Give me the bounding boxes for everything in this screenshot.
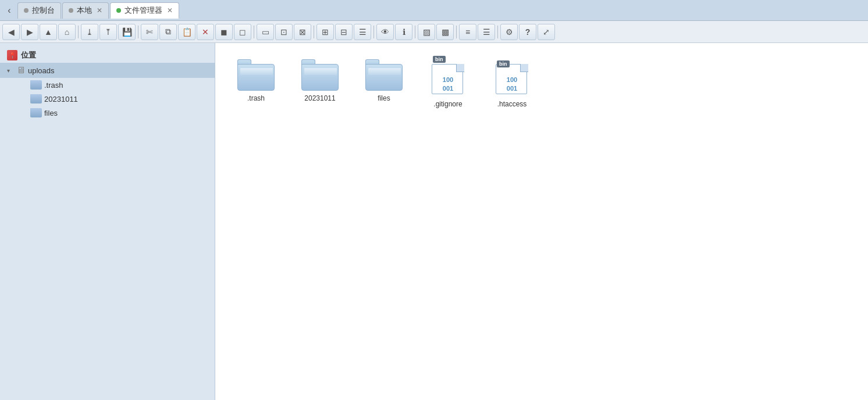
separator-4 bbox=[314, 26, 314, 38]
list-btn-1[interactable]: ≡ bbox=[459, 24, 476, 40]
up-button[interactable]: ▲ bbox=[40, 24, 57, 40]
deselect-button[interactable]: ⊠ bbox=[294, 24, 311, 40]
newdir-button[interactable]: ▭ bbox=[257, 24, 274, 40]
separator-6 bbox=[415, 26, 415, 38]
tab-filemanager-label: 文件管理器 bbox=[124, 5, 162, 16]
expand-button[interactable]: ⤢ bbox=[538, 24, 555, 40]
folder-icon-20231011-main bbox=[301, 59, 339, 91]
file-label-trash: .trash bbox=[247, 94, 265, 102]
folder-icon-files-main bbox=[365, 59, 403, 91]
folder-icon-files bbox=[30, 108, 42, 117]
tab-filemanager-dot bbox=[116, 8, 121, 13]
separator-1 bbox=[78, 26, 79, 38]
delete-button[interactable]: ✕ bbox=[197, 24, 214, 40]
tab-console[interactable]: 控制台 bbox=[17, 2, 61, 19]
toolbar: ◀ ▶ ▲ ⌂ ⤓ ⤒ 💾 ✄ ⧉ 📋 ✕ ◼ ◻ ▭ ⊡ ⊠ ⊞ ⊟ ☰ 👁 … bbox=[0, 21, 868, 43]
drive-icon-uploads: 🖥 bbox=[16, 65, 26, 76]
bin-icon-gitignore: bin 100001 bbox=[432, 59, 464, 97]
bin-corner-gitignore bbox=[456, 64, 464, 72]
separator-8 bbox=[497, 26, 498, 38]
image-btn-2[interactable]: ▩ bbox=[436, 24, 454, 40]
sidebar-location: 📍 位置 bbox=[0, 48, 215, 63]
sidebar-item-20231011[interactable]: 20231011 bbox=[0, 92, 215, 106]
bin-corner-htaccess bbox=[520, 64, 528, 72]
file-item-htaccess[interactable]: bin 100001 .htaccess bbox=[483, 55, 541, 113]
bin-icon-htaccess: bin 100001 bbox=[496, 59, 528, 97]
list-btn-2[interactable]: ☰ bbox=[478, 24, 495, 40]
separator-2 bbox=[138, 26, 138, 38]
select-button[interactable]: ⊡ bbox=[275, 24, 293, 40]
config-button[interactable]: ⚙ bbox=[500, 24, 518, 40]
folder-body bbox=[237, 64, 275, 91]
folder-icon-20231011 bbox=[30, 94, 42, 103]
sidebar: 📍 位置 ▾ 🖥 uploads .trash 20231011 files bbox=[0, 43, 215, 400]
folder-shine-2 bbox=[304, 68, 337, 75]
compress-button[interactable]: ◼ bbox=[215, 24, 233, 40]
folder-body-2 bbox=[301, 64, 339, 91]
help-button[interactable]: ? bbox=[519, 24, 536, 40]
bin-content-htaccess: 100001 bbox=[496, 76, 528, 94]
preview-button[interactable]: 👁 bbox=[376, 24, 394, 40]
tab-bar: ‹ 控制台 本地 ✕ 文件管理器 ✕ bbox=[0, 0, 868, 21]
location-label: 位置 bbox=[21, 50, 36, 60]
file-label-htaccess: .htaccess bbox=[497, 100, 527, 108]
sidebar-trash-label: .trash bbox=[44, 81, 63, 90]
upload-button[interactable]: ⤒ bbox=[99, 24, 117, 40]
file-area: .trash 20231011 files bbox=[215, 43, 868, 400]
sidebar-item-files[interactable]: files bbox=[0, 106, 215, 120]
paste-button[interactable]: 📋 bbox=[178, 24, 195, 40]
cut-button[interactable]: ✄ bbox=[141, 24, 158, 40]
separator-7 bbox=[456, 26, 457, 38]
sidebar-item-trash[interactable]: .trash bbox=[0, 78, 215, 92]
sidebar-uploads-label: uploads bbox=[28, 66, 55, 75]
file-item-trash[interactable]: .trash bbox=[227, 55, 285, 113]
file-item-gitignore[interactable]: bin 100001 .gitignore bbox=[419, 55, 477, 113]
forward-button[interactable]: ▶ bbox=[21, 24, 38, 40]
file-label-gitignore: .gitignore bbox=[433, 100, 462, 108]
view-small-icon-button[interactable]: ⊟ bbox=[335, 24, 353, 40]
separator-3 bbox=[254, 26, 254, 38]
tab-console-dot bbox=[24, 8, 29, 13]
file-item-files[interactable]: files bbox=[355, 55, 413, 113]
tab-filemanager[interactable]: 文件管理器 ✕ bbox=[110, 2, 179, 19]
tab-filemanager-close[interactable]: ✕ bbox=[167, 6, 173, 15]
file-item-20231011[interactable]: 20231011 bbox=[291, 55, 349, 113]
arrow-uploads: ▾ bbox=[7, 67, 14, 74]
folder-body-3 bbox=[365, 64, 403, 91]
image-btn-1[interactable]: ▨ bbox=[418, 24, 435, 40]
save-button[interactable]: 💾 bbox=[118, 24, 136, 40]
view-large-icon-button[interactable]: ⊞ bbox=[316, 24, 334, 40]
tab-back-button[interactable]: ‹ bbox=[2, 3, 16, 17]
extract-button[interactable]: ◻ bbox=[234, 24, 251, 40]
file-label-files: files bbox=[378, 94, 390, 102]
folder-icon-trash bbox=[30, 80, 42, 90]
home-button[interactable]: ⌂ bbox=[58, 24, 76, 40]
view-list-button[interactable]: ☰ bbox=[354, 24, 371, 40]
folder-shine-3 bbox=[368, 68, 401, 75]
bin-badge-htaccess: bin bbox=[497, 60, 510, 67]
back-button[interactable]: ◀ bbox=[2, 24, 20, 40]
copy-button[interactable]: ⧉ bbox=[159, 24, 177, 40]
sidebar-files-label: files bbox=[44, 109, 58, 117]
file-label-20231011: 20231011 bbox=[304, 94, 335, 102]
tab-local-label: 本地 bbox=[77, 5, 92, 16]
location-icon: 📍 bbox=[7, 50, 17, 60]
sidebar-20231011-label: 20231011 bbox=[44, 95, 78, 103]
sidebar-item-uploads[interactable]: ▾ 🖥 uploads bbox=[0, 63, 215, 78]
main-container: 📍 位置 ▾ 🖥 uploads .trash 20231011 files bbox=[0, 43, 868, 400]
bin-badge-gitignore: bin bbox=[433, 56, 446, 63]
info-button[interactable]: ℹ bbox=[395, 24, 412, 40]
tab-local-close[interactable]: ✕ bbox=[97, 6, 102, 15]
download-button[interactable]: ⤓ bbox=[81, 24, 98, 40]
bin-content-gitignore: 100001 bbox=[432, 76, 464, 94]
tab-local[interactable]: 本地 ✕ bbox=[62, 2, 109, 19]
folder-icon-trash-main bbox=[237, 59, 275, 91]
tab-local-dot bbox=[69, 8, 73, 13]
tab-console-label: 控制台 bbox=[32, 5, 55, 16]
separator-5 bbox=[373, 26, 374, 38]
folder-shine bbox=[240, 68, 273, 75]
